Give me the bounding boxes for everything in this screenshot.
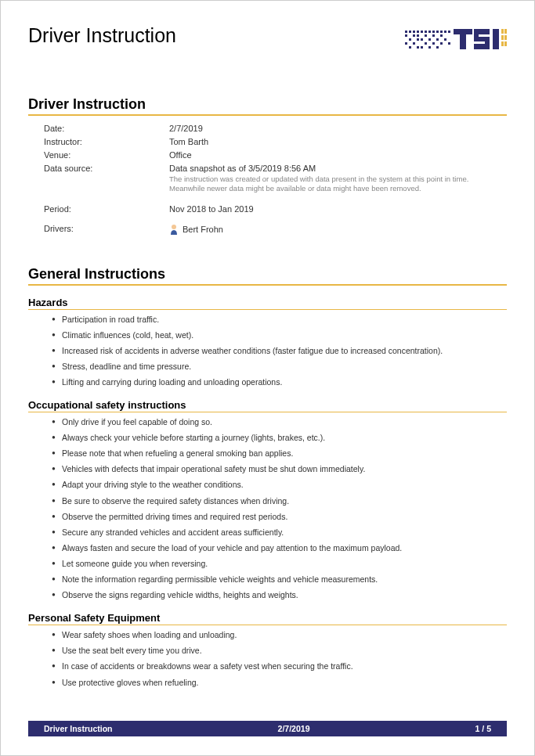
logo <box>405 24 507 57</box>
svg-rect-27 <box>432 42 435 45</box>
svg-rect-28 <box>440 42 443 45</box>
main-title: Driver Instruction <box>28 24 176 47</box>
document-header: Driver Instruction <box>28 24 507 57</box>
list-item: Please note that when refueling a genera… <box>52 448 507 459</box>
list-item: Secure any stranded vehicles and acciden… <box>52 527 507 538</box>
svg-rect-30 <box>409 46 411 49</box>
list-item: Lifting and carrying during loading and … <box>52 377 507 388</box>
label-drivers: Drivers: <box>44 224 169 235</box>
svg-rect-19 <box>417 38 419 41</box>
svg-rect-34 <box>417 46 419 49</box>
info-row-venue: Venue: Office <box>44 150 507 160</box>
svg-rect-38 <box>501 29 504 34</box>
svg-rect-16 <box>432 34 435 37</box>
section-title-driver-instruction: Driver Instruction <box>28 96 507 116</box>
svg-rect-13 <box>413 34 415 37</box>
list-item: Let someone guide you when reversing. <box>52 559 507 570</box>
hazards-list: Participation in road traffic.Climatic i… <box>52 315 507 388</box>
list-item: Use the seat belt every time you drive. <box>52 646 507 657</box>
svg-rect-25 <box>413 42 415 45</box>
driver-name: Bert Frohn <box>183 225 223 234</box>
list-item: Stress, deadline and time pressure. <box>52 362 507 373</box>
svg-rect-21 <box>428 38 431 41</box>
svg-rect-37 <box>493 29 499 49</box>
footer: Driver Instruction 2/7/2019 1 / 5 <box>28 721 507 736</box>
list-item: Only drive if you feel capable of doing … <box>52 417 507 428</box>
svg-rect-17 <box>440 34 443 37</box>
svg-rect-43 <box>504 41 507 46</box>
svg-rect-39 <box>501 35 504 40</box>
datasource-value-text: Data snapshot as of 3/5/2019 8:56 AM <box>169 164 507 173</box>
list-item: Participation in road traffic. <box>52 315 507 326</box>
svg-rect-11 <box>448 31 450 33</box>
info-row-date: Date: 2/7/2019 <box>44 124 507 133</box>
svg-rect-14 <box>417 34 419 37</box>
svg-rect-2 <box>413 31 415 33</box>
value-date: 2/7/2019 <box>169 124 507 133</box>
subsection-hazards: Hazards <box>28 297 507 310</box>
info-row-period: Period: Nov 2018 to Jan 2019 <box>44 204 507 214</box>
svg-rect-9 <box>440 31 443 33</box>
list-item: Wear safety shoes when loading and unloa… <box>52 630 507 641</box>
subsection-pse: Personal Safety Equipment <box>28 612 507 625</box>
svg-rect-36 <box>460 34 466 49</box>
list-item: Observe the signs regarding vehicle widt… <box>52 590 507 601</box>
svg-rect-3 <box>417 31 419 33</box>
list-item: Use protective gloves when refueling. <box>52 678 507 689</box>
svg-rect-6 <box>428 31 431 33</box>
list-item: Observe the permitted driving times and … <box>52 512 507 523</box>
footer-left: Driver Instruction <box>44 724 113 733</box>
svg-rect-15 <box>425 34 427 37</box>
info-table: Date: 2/7/2019 Instructor: Tom Barth Ven… <box>44 124 507 235</box>
svg-rect-7 <box>432 31 435 33</box>
list-item: Vehicles with defects that impair operat… <box>52 464 507 475</box>
svg-rect-5 <box>425 31 427 33</box>
datasource-note: The instruction was created or updated w… <box>169 175 483 194</box>
list-item: In case of accidents or breakdowns wear … <box>52 661 507 672</box>
list-item: Adapt your driving style to the weather … <box>52 480 507 491</box>
pse-list: Wear safety shoes when loading and unloa… <box>52 630 507 688</box>
list-item: Always check your vehicle before startin… <box>52 433 507 444</box>
svg-rect-24 <box>405 42 407 45</box>
value-drivers: Bert Frohn <box>169 224 507 235</box>
svg-rect-0 <box>405 31 407 33</box>
label-instructor: Instructor: <box>44 137 169 146</box>
svg-point-44 <box>172 225 176 229</box>
svg-rect-20 <box>421 38 423 41</box>
svg-rect-32 <box>428 46 431 49</box>
svg-rect-33 <box>436 46 439 49</box>
info-row-drivers: Drivers: Bert Frohn <box>44 224 507 235</box>
list-item: Be sure to observe the required safety d… <box>52 496 507 507</box>
list-item: Increased risk of accidents in adverse w… <box>52 346 507 357</box>
info-row-datasource: Data source: Data snapshot as of 3/5/201… <box>44 164 507 194</box>
svg-rect-42 <box>504 35 507 40</box>
label-datasource: Data source: <box>44 164 169 194</box>
footer-center: 2/7/2019 <box>278 724 310 733</box>
svg-rect-4 <box>421 31 423 33</box>
value-period: Nov 2018 to Jan 2019 <box>169 204 507 214</box>
value-venue: Office <box>169 150 507 160</box>
subsection-safety: Occupational safety instructions <box>28 399 507 412</box>
section-title-general: General Instructions <box>28 266 507 286</box>
svg-rect-35 <box>454 29 472 34</box>
label-venue: Venue: <box>44 150 169 160</box>
safety-list: Only drive if you feel capable of doing … <box>52 417 507 601</box>
svg-rect-12 <box>405 34 407 37</box>
svg-rect-8 <box>436 31 439 33</box>
value-instructor: Tom Barth <box>169 137 507 146</box>
list-item: Always fasten and secure the load of you… <box>52 543 507 554</box>
label-date: Date: <box>44 124 169 133</box>
svg-rect-26 <box>425 42 427 45</box>
person-icon <box>169 224 179 235</box>
label-period: Period: <box>44 204 169 214</box>
svg-rect-22 <box>436 38 439 41</box>
list-item: Note the information regarding permissib… <box>52 574 507 585</box>
value-datasource: Data snapshot as of 3/5/2019 8:56 AM The… <box>169 164 507 194</box>
svg-rect-10 <box>444 31 446 33</box>
svg-rect-29 <box>448 42 450 45</box>
svg-rect-23 <box>444 38 446 41</box>
info-row-instructor: Instructor: Tom Barth <box>44 137 507 146</box>
list-item: Climatic influences (cold, heat, wet). <box>52 330 507 341</box>
svg-rect-18 <box>409 38 411 41</box>
svg-rect-40 <box>501 41 504 46</box>
